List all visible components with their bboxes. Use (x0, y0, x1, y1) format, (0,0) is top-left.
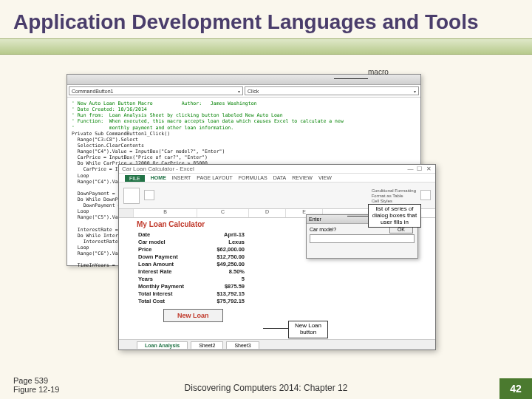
excel-title-text: Car Loan Calculator - Excel (122, 166, 194, 172)
col-d[interactable]: D (249, 209, 286, 217)
dialog-input[interactable] (310, 234, 415, 243)
bold-icon[interactable] (144, 190, 154, 200)
row-label: Loan Amount (135, 260, 197, 267)
vba-proc-value: Click (248, 89, 259, 94)
tab-formulas[interactable]: FORMULAS (239, 175, 267, 182)
vba-proc-dropdown[interactable]: Click ▾ (245, 86, 419, 95)
ribbon-tabs: FILE HOME INSERT PAGE LAYOUT FORMULAS DA… (119, 174, 435, 183)
close-icon[interactable]: ✕ (425, 166, 432, 172)
tab-page-layout[interactable]: PAGE LAYOUT (197, 175, 232, 182)
row-label: Date (135, 231, 197, 238)
callout-new-loan-button: New Loan button (288, 321, 328, 338)
row-label: Down Payment (135, 253, 197, 260)
row-value: 5 (197, 275, 248, 282)
row-label: Interest Rate (135, 267, 197, 275)
tab-review[interactable]: REVIEW (292, 175, 313, 182)
row-value: $49,250.00 (197, 260, 248, 267)
table-row: DateApril-13 (135, 231, 248, 238)
table-row: Car modelLexus (135, 238, 248, 245)
window-buttons: — ☐ ✕ (407, 166, 432, 172)
row-value: $75,792.15 (197, 297, 248, 304)
row-label: Price (135, 245, 197, 253)
maximize-icon[interactable]: ☐ (416, 166, 423, 172)
callout-line (263, 328, 288, 329)
sheet-tab-loan-analysis[interactable]: Loan Analysis (137, 341, 188, 349)
new-loan-button[interactable]: New Loan (163, 309, 223, 322)
col-b[interactable]: B (134, 209, 197, 217)
vba-comment-block: ' New Auto Loan Button Macro Author: Jam… (72, 100, 344, 131)
row-value: $13,792.15 (197, 290, 248, 297)
sheet-tabs: Loan Analysis Sheet2 Sheet3 (119, 339, 435, 349)
row-value: Lexus (197, 238, 248, 245)
chevron-down-icon: ▾ (414, 89, 416, 94)
macro-callout-label: macro (368, 68, 389, 76)
callout-dialog-series: list of series of dialog boxes that user… (368, 204, 421, 228)
row-label: Monthly Payment (135, 282, 197, 290)
table-row: Price$62,000.00 (135, 245, 248, 253)
row-value: April-13 (197, 231, 248, 238)
tab-file[interactable]: FILE (125, 175, 145, 182)
row-label: Car model (135, 238, 197, 245)
paste-icon[interactable] (123, 188, 140, 204)
row-value: $12,750.00 (197, 253, 248, 260)
slide-title: Application Development Languages and To… (0, 0, 532, 37)
table-row: Total Cost$75,792.15 (135, 297, 248, 304)
vba-titlebar (67, 75, 420, 85)
sort-filter-icon[interactable] (420, 190, 431, 200)
row-value: $875.59 (197, 282, 248, 290)
slide-footer: Page 539 Figure 12-19 Discovering Comput… (0, 372, 532, 399)
footer-center: Discovering Computers 2014: Chapter 12 (0, 383, 532, 393)
table-row: Interest Rate8.50% (135, 267, 248, 275)
chevron-down-icon: ▾ (238, 89, 240, 94)
tab-insert[interactable]: INSERT (172, 175, 191, 182)
table-row: Monthly Payment$875.59 (135, 282, 248, 290)
vba-object-value: CommandButton1 (72, 89, 113, 94)
ribbon-format-table[interactable]: Format as Table (372, 194, 416, 198)
tab-data[interactable]: DATA (273, 175, 287, 182)
slide-number-badge: 42 (499, 378, 532, 399)
vba-object-dropdown[interactable]: CommandButton1 ▾ (69, 86, 243, 95)
row-value: 8.50% (197, 267, 248, 275)
row-label: Total Cost (135, 297, 197, 304)
title-underline (0, 38, 532, 55)
sheet-tab-2[interactable]: Sheet2 (191, 341, 223, 349)
figure-stage: CommandButton1 ▾ Click ▾ ' New Auto Loan… (0, 69, 532, 372)
table-row: Loan Amount$49,250.00 (135, 260, 248, 267)
col-c[interactable]: C (197, 209, 249, 217)
minimize-icon[interactable]: — (407, 166, 415, 172)
tab-home[interactable]: HOME (151, 175, 166, 182)
tab-view[interactable]: VIEW (318, 175, 332, 182)
table-row: Total Interest$13,792.15 (135, 290, 248, 297)
ribbon-cell-styles[interactable]: Cell Styles (372, 199, 416, 203)
ribbon-cond-format[interactable]: Conditional Formatting (372, 188, 416, 193)
row-label: Total Interest (135, 290, 197, 297)
sheet-tab-3[interactable]: Sheet3 (226, 341, 259, 349)
table-row: Down Payment$12,750.00 (135, 253, 248, 260)
table-row: Years5 (135, 275, 248, 282)
callout-line (347, 216, 368, 216)
loan-table: DateApril-13Car modelLexusPrice$62,000.0… (135, 231, 248, 304)
row-value: $62,000.00 (197, 245, 248, 253)
dialog-title-text: Enter (309, 216, 321, 222)
excel-titlebar: Car Loan Calculator - Excel — ☐ ✕ (119, 165, 435, 174)
row-label: Years (135, 275, 197, 282)
callout-line (334, 78, 368, 79)
